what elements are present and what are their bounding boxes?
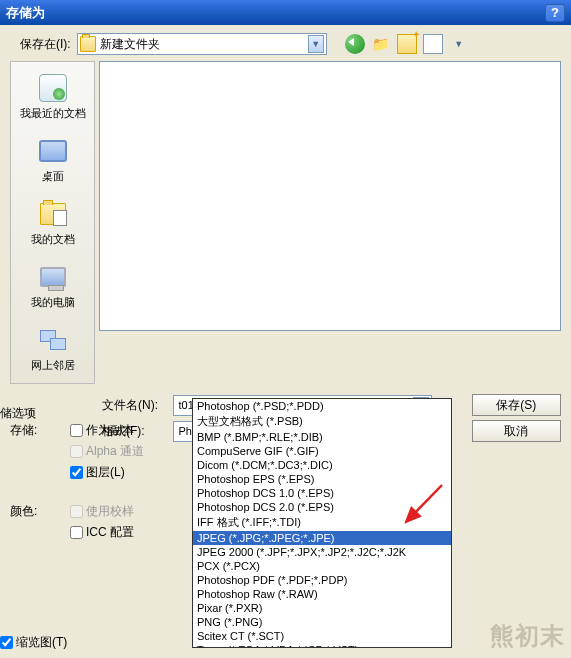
format-option[interactable]: PCX (*.PCX)	[193, 559, 451, 573]
thumbnail-checkbox[interactable]: 缩览图(T)	[0, 634, 67, 651]
color-label: 颜色:	[10, 503, 70, 520]
places-bar: 我最近的文档 桌面 我的文档 我的电脑 网上邻居	[10, 61, 95, 384]
format-option[interactable]: Photoshop DCS 1.0 (*.EPS)	[193, 486, 451, 500]
save-options-legend: 储选项	[0, 405, 36, 422]
save-in-label: 保存在(I):	[20, 36, 71, 53]
format-option[interactable]: Photoshop PDF (*.PDF;*.PDP)	[193, 573, 451, 587]
format-option[interactable]: Photoshop (*.PSD;*.PDD)	[193, 399, 451, 413]
use-proof-checkbox: 使用校样	[70, 503, 134, 520]
network-icon	[40, 330, 66, 350]
icc-checkbox[interactable]: ICC 配置	[70, 524, 134, 541]
view-icon	[423, 34, 443, 54]
folder-name: 新建文件夹	[100, 36, 308, 53]
my-computer-icon	[40, 267, 66, 287]
place-recent[interactable]: 我最近的文档	[11, 70, 94, 123]
format-option[interactable]: BMP (*.BMP;*.RLE;*.DIB)	[193, 430, 451, 444]
place-network[interactable]: 网上邻居	[11, 322, 94, 375]
format-option[interactable]: Scitex CT (*.SCT)	[193, 629, 451, 643]
store-label: 存储:	[10, 422, 70, 439]
format-option[interactable]: PNG (*.PNG)	[193, 615, 451, 629]
filename-label: 文件名(N):	[102, 397, 173, 414]
format-option[interactable]: JPEG 2000 (*.JPF;*.JPX;*.JP2;*.J2C;*.J2K	[193, 545, 451, 559]
desktop-icon	[39, 140, 67, 162]
format-option[interactable]: Dicom (*.DCM;*.DC3;*.DIC)	[193, 458, 451, 472]
help-button[interactable]: ?	[545, 4, 565, 22]
format-option[interactable]: Photoshop EPS (*.EPS)	[193, 472, 451, 486]
format-option[interactable]: CompuServe GIF (*.GIF)	[193, 444, 451, 458]
recent-docs-icon	[39, 74, 67, 102]
format-option[interactable]: Photoshop Raw (*.RAW)	[193, 587, 451, 601]
view-dropdown-icon[interactable]: ▼	[449, 34, 469, 54]
folder-icon	[80, 36, 96, 52]
up-one-level-button[interactable]: 📁	[371, 34, 391, 54]
titlebar: 存储为 ?	[0, 0, 571, 25]
view-menu-button[interactable]	[423, 34, 443, 54]
save-button[interactable]: 保存(S)	[472, 394, 561, 416]
format-option[interactable]: Photoshop DCS 2.0 (*.EPS)	[193, 500, 451, 514]
alpha-checkbox: Alpha 通道	[70, 443, 144, 460]
place-desktop[interactable]: 桌面	[11, 133, 94, 186]
dialog-title: 存储为	[6, 4, 45, 22]
format-option[interactable]: Targa (*.TGA;*.VDA;*.ICB;*.VST)	[193, 643, 451, 648]
watermark: 熊初末	[490, 620, 565, 652]
layers-checkbox[interactable]: 图层(L)	[70, 464, 125, 481]
as-copy-checkbox[interactable]: 作为副本	[70, 422, 134, 439]
format-option[interactable]: 大型文档格式 (*.PSB)	[193, 413, 451, 430]
place-my-computer[interactable]: 我的电脑	[11, 259, 94, 312]
my-documents-icon	[40, 203, 66, 225]
format-option[interactable]: Pixar (*.PXR)	[193, 601, 451, 615]
up-folder-icon: 📁	[371, 34, 391, 54]
format-option[interactable]: JPEG (*.JPG;*.JPEG;*.JPE)	[193, 531, 451, 545]
new-folder-button[interactable]	[397, 34, 417, 54]
save-in-combo[interactable]: 新建文件夹 ▼	[77, 33, 327, 55]
back-icon	[345, 34, 365, 54]
format-dropdown-list[interactable]: Photoshop (*.PSD;*.PDD)大型文档格式 (*.PSB)BMP…	[192, 398, 452, 648]
dropdown-icon[interactable]: ▼	[308, 35, 324, 53]
format-option[interactable]: IFF 格式 (*.IFF;*.TDI)	[193, 514, 451, 531]
new-folder-icon	[397, 34, 417, 54]
place-my-documents[interactable]: 我的文档	[11, 196, 94, 249]
file-list-view[interactable]	[99, 61, 561, 331]
back-button[interactable]	[345, 34, 365, 54]
